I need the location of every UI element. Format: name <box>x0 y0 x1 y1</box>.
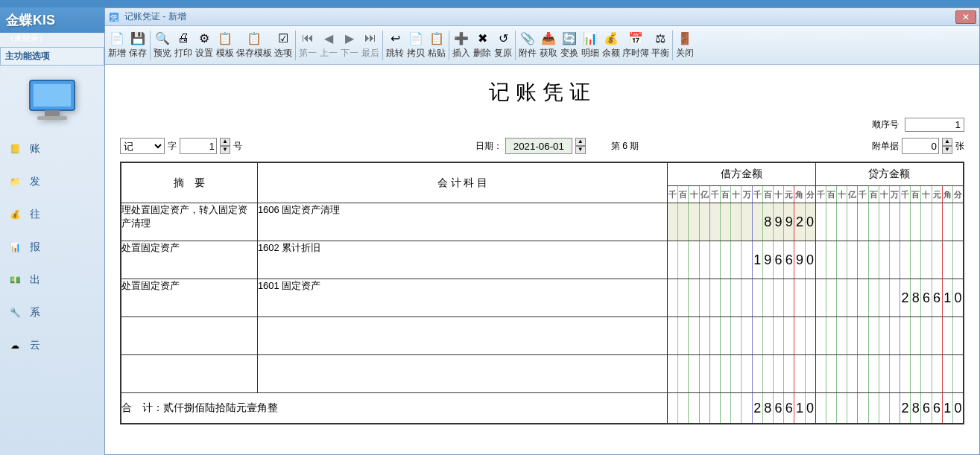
toolbar-label: 粘贴 <box>428 47 446 60</box>
toolbar-fetch-button[interactable]: 📥获取 <box>538 28 559 63</box>
toolbar-detail-button[interactable]: 📊明细 <box>580 28 601 63</box>
credit-cell[interactable] <box>815 241 964 279</box>
next-icon: ▶ <box>342 31 357 45</box>
sidebar-label: 往 <box>30 208 40 221</box>
date-down-button[interactable]: ▼ <box>575 146 586 154</box>
app-title: 金蝶KIS <box>0 7 104 33</box>
toolbar-balance-button[interactable]: 💰余额 <box>601 28 622 63</box>
voucher-icon: 凭 <box>108 11 120 23</box>
toolbar-settings-button[interactable]: ⚙设置 <box>194 28 215 63</box>
toolbar-options-button[interactable]: ☑选项 <box>273 28 294 63</box>
report-icon: 📊 <box>6 238 24 256</box>
toolbar-label: 获取 <box>540 47 557 60</box>
credit-cell[interactable] <box>815 317 964 355</box>
toolbar-copy-button[interactable]: 📄拷贝 <box>405 28 426 63</box>
col-debit: 借方金额 <box>668 162 816 186</box>
date-input[interactable] <box>505 138 572 154</box>
summary-cell[interactable]: 处置固定资产 <box>121 241 257 279</box>
debit-cell[interactable]: 196690 <box>668 241 816 279</box>
toolbar-preview-button[interactable]: 🔍预览 <box>152 28 173 63</box>
toolbar-label: 保存 <box>129 47 147 60</box>
toolbar-template-button[interactable]: 📋模板 <box>215 28 235 63</box>
sidebar-label: 账 <box>30 142 40 156</box>
attach-label: 附单据 <box>872 140 899 153</box>
toolbar-goto-button[interactable]: ↩跳转 <box>385 28 405 63</box>
toolbar-next-button: ▶下一 <box>339 28 360 63</box>
voucher-row[interactable] <box>121 317 964 355</box>
debit-cell[interactable] <box>668 279 816 317</box>
tools-icon: 🔧 <box>6 304 24 322</box>
app-subtitle: （未登录） <box>0 33 104 47</box>
voucher-title: 记账凭证 <box>120 78 964 106</box>
svg-rect-3 <box>37 116 67 120</box>
attach-up-button[interactable]: ▲ <box>942 138 952 146</box>
attach-down-button[interactable]: ▼ <box>942 146 952 154</box>
account-cell[interactable]: 1602 累计折旧 <box>257 241 667 279</box>
toolbar-insert-button[interactable]: ➕插入 <box>451 28 472 63</box>
voucher-row[interactable]: 处置固定资产1601 固定资产286610 <box>121 279 964 317</box>
toolbar-label: 模板 <box>216 47 234 60</box>
voucher-number-input[interactable] <box>180 138 217 154</box>
summary-cell[interactable]: 处置固定资产 <box>121 279 257 317</box>
toolbar-save-button[interactable]: 💾保存 <box>127 28 148 63</box>
main-function-label[interactable]: 主功能选项 <box>0 47 104 66</box>
toolbar-paste-button[interactable]: 📋粘贴 <box>426 28 447 63</box>
voucher-row[interactable]: 理处置固定资产，转入固定资产清理1606 固定资产清理89920 <box>121 203 964 241</box>
toolbar-convert-button[interactable]: 🔄变换 <box>559 28 580 63</box>
credit-cell[interactable] <box>815 355 964 393</box>
sidebar-item-folder[interactable]: 📁发 <box>0 165 104 198</box>
account-cell[interactable] <box>257 355 667 393</box>
seq-input[interactable] <box>905 118 964 132</box>
attach-input[interactable] <box>902 138 939 154</box>
toolbar-label: 明细 <box>581 47 599 60</box>
toolbar-label: 附件 <box>519 47 537 60</box>
toolbar-delete-button[interactable]: ✖删除 <box>472 28 493 63</box>
toolbar-close-button[interactable]: 🚪关闭 <box>674 28 695 63</box>
toolbar-trial-button[interactable]: ⚖平衡 <box>650 28 671 63</box>
toolbar-new-button[interactable]: 📄新增 <box>107 28 127 63</box>
sidebar-item-cash[interactable]: 💵出 <box>0 264 104 296</box>
restore-icon: ↺ <box>496 31 510 45</box>
num-down-button[interactable]: ▼ <box>220 146 230 154</box>
debit-cell[interactable] <box>668 317 816 355</box>
sidebar-item-ledger[interactable]: 📒账 <box>0 133 104 165</box>
svg-rect-2 <box>45 110 60 116</box>
toolbar-label: 删除 <box>473 47 491 60</box>
debit-cell[interactable]: 89920 <box>668 203 816 241</box>
sidebar-item-cloud[interactable]: ☁云 <box>0 329 104 362</box>
sidebar-item-report[interactable]: 📊报 <box>0 231 104 264</box>
close-button[interactable]: ✕ <box>955 10 976 24</box>
debit-cell[interactable] <box>668 355 816 393</box>
voucher-row[interactable] <box>121 355 964 393</box>
ledger-icon: 📒 <box>6 140 24 158</box>
date-up-button[interactable]: ▲ <box>575 138 586 146</box>
voucher-row[interactable]: 处置固定资产1602 累计折旧196690 <box>121 241 964 279</box>
toolbar-last-button: ⏭最后 <box>360 28 381 63</box>
close-icon: 🚪 <box>677 31 692 45</box>
toolbar-print-button[interactable]: 🖨打印 <box>173 28 194 63</box>
account-cell[interactable]: 1606 固定资产清理 <box>257 203 667 241</box>
toolbar-save-template-button[interactable]: 📋保存模板 <box>235 28 273 63</box>
summary-cell[interactable] <box>121 317 257 355</box>
voucher-type-combo[interactable]: 记 <box>120 138 165 154</box>
account-cell[interactable] <box>257 317 667 355</box>
toolbar-seq-button[interactable]: 📅序时簿 <box>622 28 650 63</box>
credit-cell[interactable] <box>815 203 964 241</box>
first-icon: ⏮ <box>300 31 315 45</box>
credit-cell[interactable]: 286610 <box>815 279 964 317</box>
account-cell[interactable]: 1601 固定资产 <box>257 279 667 317</box>
print-icon: 🖨 <box>176 31 191 45</box>
toolbar-label: 平衡 <box>651 47 669 60</box>
toolbar-attach-button[interactable]: 📎附件 <box>517 28 538 63</box>
cloud-icon: ☁ <box>6 337 24 354</box>
num-up-button[interactable]: ▲ <box>220 138 230 146</box>
window-title: 记账凭证 - 新增 <box>124 10 955 23</box>
summary-cell[interactable] <box>121 355 257 393</box>
sidebar-item-money-bag[interactable]: 💰往 <box>0 198 104 231</box>
toolbar-restore-button[interactable]: ↺复原 <box>493 28 513 63</box>
col-credit: 贷方金额 <box>815 162 964 186</box>
sidebar-item-tools[interactable]: 🔧系 <box>0 296 104 329</box>
toolbar-first-button: ⏮第一 <box>297 28 318 63</box>
options-icon: ☑ <box>276 31 291 45</box>
summary-cell[interactable]: 理处置固定资产，转入固定资产清理 <box>121 203 257 241</box>
